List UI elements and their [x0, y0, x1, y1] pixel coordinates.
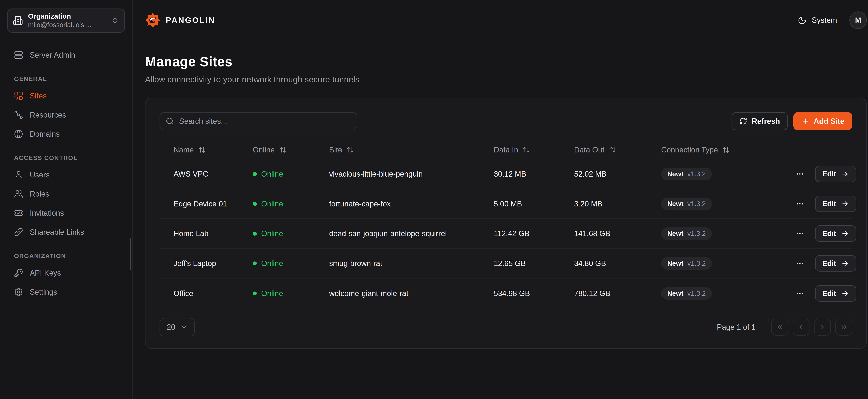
- org-selector[interactable]: Organization milo@fossorial.io's ...: [7, 8, 125, 33]
- status-label: Online: [261, 170, 283, 178]
- status-badge: Online: [253, 200, 329, 208]
- column-header-online[interactable]: Online: [253, 146, 329, 154]
- brand-name: PANGOLIN: [166, 16, 215, 25]
- connection-type-name: Newt: [667, 170, 683, 178]
- sidebar-item-label: Users: [30, 171, 50, 179]
- sidebar-item-api-keys[interactable]: API Keys: [7, 264, 125, 282]
- ticket-check-icon: [14, 209, 23, 218]
- connection-type-name: Newt: [667, 289, 683, 298]
- sidebar-item-sites[interactable]: Sites: [7, 87, 125, 105]
- server-icon: [14, 51, 23, 60]
- data-in-value: 12.65 GB: [494, 259, 574, 268]
- arrow-right-icon: [841, 170, 849, 178]
- refresh-button[interactable]: Refresh: [732, 112, 788, 130]
- column-header-data-in[interactable]: Data In: [494, 146, 574, 154]
- edit-button[interactable]: Edit: [815, 255, 856, 272]
- sidebar-item-resources[interactable]: Resources: [7, 106, 125, 124]
- online-dot-icon: [253, 262, 257, 266]
- sidebar-item-server-admin[interactable]: Server Admin: [7, 46, 125, 64]
- refresh-icon: [739, 117, 747, 125]
- table-row: Edge Device 01 Online fortunate-cape-fox…: [159, 189, 852, 219]
- plus-icon: [801, 117, 809, 125]
- sidebar-item-domains[interactable]: Domains: [7, 125, 125, 143]
- site-id: smug-brown-rat: [329, 259, 494, 268]
- chevron-down-icon: [180, 324, 187, 331]
- edit-button[interactable]: Edit: [815, 166, 856, 182]
- online-dot-icon: [253, 202, 257, 206]
- arrow-right-icon: [841, 230, 849, 238]
- previous-page-button[interactable]: [793, 318, 809, 335]
- ellipsis-icon: [796, 199, 804, 208]
- data-out-value: 3.20 MB: [574, 200, 661, 208]
- connection-type-version: v1.3.2: [687, 200, 706, 208]
- pagination: Page 1 of 1: [717, 318, 852, 335]
- avatar[interactable]: M: [849, 11, 867, 29]
- edit-button-label: Edit: [823, 170, 836, 178]
- row-menu-button[interactable]: [794, 168, 806, 180]
- next-page-button[interactable]: [814, 318, 831, 335]
- status-badge: Online: [253, 170, 329, 178]
- site-id: vivacious-little-blue-penguin: [329, 170, 494, 178]
- last-page-button[interactable]: [835, 318, 852, 335]
- sidebar-item-shareable-links[interactable]: Shareable Links: [7, 223, 125, 241]
- users-icon: [14, 189, 23, 198]
- search-input[interactable]: [159, 112, 357, 130]
- ellipsis-icon: [796, 229, 804, 238]
- column-header-label: Connection Type: [661, 146, 718, 154]
- site-name: Edge Device 01: [159, 200, 253, 208]
- row-menu-button[interactable]: [794, 228, 806, 239]
- data-out-value: 52.02 MB: [574, 170, 661, 178]
- row-menu-button[interactable]: [794, 198, 806, 209]
- ellipsis-icon: [796, 170, 804, 179]
- add-site-button[interactable]: Add Site: [793, 112, 852, 130]
- sidebar-item-invitations[interactable]: Invitations: [7, 204, 125, 222]
- sidebar-item-settings[interactable]: Settings: [7, 283, 125, 301]
- edit-button[interactable]: Edit: [815, 225, 856, 242]
- page-size-select[interactable]: 20: [159, 318, 195, 337]
- edit-button-label: Edit: [823, 259, 836, 268]
- globe-icon: [14, 129, 23, 139]
- data-out-value: 34.80 GB: [574, 259, 661, 268]
- search-icon: [166, 117, 174, 126]
- sidebar-scrollbar[interactable]: [130, 238, 132, 270]
- sidebar-item-label: Invitations: [30, 209, 64, 217]
- sort-icon: [198, 146, 206, 153]
- site-name: Office: [159, 289, 253, 298]
- connection-type-name: Newt: [667, 200, 683, 208]
- status-label: Online: [261, 229, 283, 238]
- column-header-data-out[interactable]: Data Out: [574, 146, 661, 154]
- search-wrap: [159, 112, 357, 130]
- row-menu-button[interactable]: [794, 258, 806, 269]
- row-menu-button[interactable]: [794, 288, 806, 299]
- connection-type-badge: Newtv1.3.2: [661, 197, 712, 210]
- sidebar-section-general: GENERAL: [7, 75, 125, 83]
- column-header-name[interactable]: Name: [159, 146, 253, 154]
- edit-button[interactable]: Edit: [815, 285, 856, 302]
- sidebar: Organization milo@fossorial.io's ... Ser…: [0, 0, 133, 399]
- status-label: Online: [261, 200, 283, 208]
- sidebar-item-users[interactable]: Users: [7, 166, 125, 184]
- page-info: Page 1 of 1: [717, 323, 755, 332]
- sidebar-section-access-control: ACCESS CONTROL: [7, 154, 125, 161]
- table-header-row: Name Online Site Data In: [159, 141, 852, 159]
- column-header-site[interactable]: Site: [329, 146, 494, 154]
- column-header-label: Site: [329, 146, 342, 154]
- online-dot-icon: [253, 291, 257, 296]
- status-badge: Online: [253, 259, 329, 268]
- theme-toggle[interactable]: System: [798, 16, 837, 25]
- sidebar-item-label: Shareable Links: [30, 228, 84, 237]
- column-header-label: Data Out: [574, 146, 604, 154]
- column-header-connection-type[interactable]: Connection Type: [661, 146, 794, 154]
- combine-icon: [14, 91, 23, 100]
- connection-type-version: v1.3.2: [687, 229, 706, 238]
- chevrons-right-icon: [840, 323, 848, 331]
- edit-button[interactable]: Edit: [815, 196, 856, 212]
- table-row: Office Online welcome-giant-mole-rat 534…: [159, 278, 852, 308]
- brand[interactable]: PANGOLIN: [145, 12, 215, 28]
- page-header: Manage Sites Allow connectivity to your …: [145, 54, 867, 84]
- sidebar-item-roles[interactable]: Roles: [7, 185, 125, 203]
- sort-icon: [279, 146, 286, 153]
- data-in-value: 534.98 GB: [494, 289, 574, 298]
- user-icon: [14, 170, 23, 179]
- first-page-button[interactable]: [771, 318, 788, 335]
